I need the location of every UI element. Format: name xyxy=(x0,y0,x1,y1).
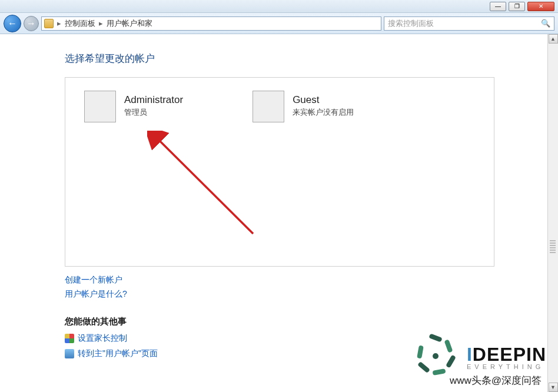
breadcrumb-seg-2[interactable]: 用户帐户和家 xyxy=(107,18,152,29)
vertical-scrollbar[interactable]: ▲ ▼ xyxy=(547,34,558,392)
scroll-thumb[interactable] xyxy=(549,45,557,381)
watermark-brand: IDEEPIN xyxy=(467,344,546,366)
watermark-logo-icon xyxy=(413,333,460,380)
account-name: Guest xyxy=(293,94,354,106)
user-icon xyxy=(65,349,74,358)
chevron-right-icon: ▸ xyxy=(99,19,103,28)
account-links: 创建一个新帐户 用户帐户是什么? xyxy=(65,275,494,300)
accounts-container: Administrator 管理员 Guest 来宾帐户没有启用 xyxy=(65,77,494,267)
scroll-down-button[interactable]: ▼ xyxy=(549,383,558,392)
link-create-account[interactable]: 创建一个新帐户 xyxy=(65,275,494,285)
task-label: 设置家长控制 xyxy=(78,333,127,344)
close-button[interactable]: ✕ xyxy=(527,2,554,11)
scroll-up-button[interactable]: ▲ xyxy=(549,34,558,44)
search-icon: 🔍 xyxy=(541,19,550,28)
nav-back-button[interactable]: ← xyxy=(4,15,21,32)
account-status: 来宾帐户没有启用 xyxy=(293,107,354,118)
guest-avatar-icon xyxy=(253,91,284,122)
other-tasks-header: 您能做的其他事 xyxy=(65,316,494,327)
maximize-button[interactable]: ❐ xyxy=(509,2,525,11)
scrollbar-grip-icon xyxy=(550,240,556,254)
watermark: IDEEPIN EVERYTHING xyxy=(413,333,546,380)
navbar: ← → ▸ 控制面板 ▸ 用户帐户和家 搜索控制面板 🔍 xyxy=(0,13,558,34)
page-heading: 选择希望更改的帐户 xyxy=(65,52,494,65)
account-role: 管理员 xyxy=(124,107,183,118)
account-info: Guest 来宾帐户没有启用 xyxy=(293,91,354,122)
watermark-text: IDEEPIN EVERYTHING xyxy=(467,344,546,370)
account-info: Administrator 管理员 xyxy=(124,91,183,122)
watermark-subtitle: EVERYTHING xyxy=(467,363,546,370)
chevron-right-icon: ▸ xyxy=(57,19,61,28)
search-box[interactable]: 搜索控制面板 🔍 xyxy=(384,16,554,31)
shield-icon xyxy=(65,334,74,343)
minimize-button[interactable]: — xyxy=(490,2,506,11)
account-guest[interactable]: Guest 来宾帐户没有启用 xyxy=(250,88,356,125)
task-label: 转到主"用户帐户"页面 xyxy=(78,348,158,359)
admin-avatar-icon xyxy=(84,91,116,122)
nav-forward-button[interactable]: → xyxy=(24,16,39,31)
account-administrator[interactable]: Administrator 管理员 xyxy=(82,88,185,125)
breadcrumb-seg-1[interactable]: 控制面板 xyxy=(65,18,95,29)
address-bar[interactable]: ▸ 控制面板 ▸ 用户帐户和家 xyxy=(41,16,381,31)
titlebar: — ❐ ✕ xyxy=(0,0,558,13)
link-what-is-account[interactable]: 用户帐户是什么? xyxy=(65,289,494,300)
address-icon xyxy=(44,19,54,28)
search-placeholder: 搜索控制面板 xyxy=(388,18,434,29)
account-name: Administrator xyxy=(124,94,183,106)
